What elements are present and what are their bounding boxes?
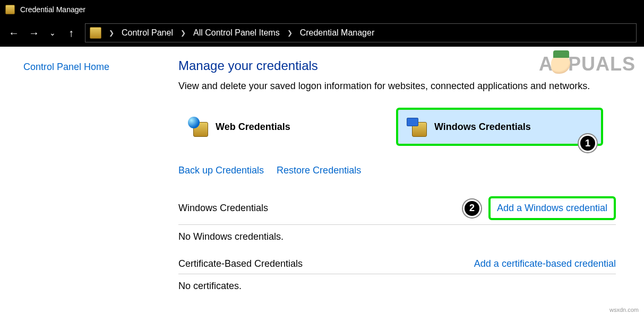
window-title: Credential Manager [20, 5, 85, 14]
breadcrumb-control-panel[interactable]: Control Panel [119, 27, 175, 39]
breadcrumb-all-items[interactable]: All Control Panel Items [191, 27, 282, 39]
address-bar[interactable]: ❯ Control Panel ❯ All Control Panel Item… [85, 23, 637, 42]
windows-credentials-section-header: Windows Credentials 2 Add a Windows cred… [178, 192, 616, 225]
main-pane: Manage your credentials View and delete … [159, 47, 621, 314]
sidebar: Control Panel Home [0, 47, 159, 314]
back-button[interactable]: ← [7, 27, 20, 39]
title-bar: Credential Manager [0, 0, 644, 19]
windows-credentials-card[interactable]: Windows Credentials 1 [396, 108, 603, 146]
location-icon [90, 27, 101, 39]
windows-credentials-empty-message: No Windows credentials. [178, 225, 621, 254]
appuals-watermark: A PUALS [539, 53, 636, 75]
credential-actions: Back up Credentials Restore Credentials [178, 165, 621, 176]
chevron-right-icon[interactable]: ❯ [284, 29, 296, 37]
certificate-credentials-section-header: Certificate-Based Credentials Add a cert… [178, 254, 616, 274]
control-panel-home-link[interactable]: Control Panel Home [23, 62, 159, 73]
chevron-right-icon[interactable]: ❯ [177, 29, 189, 37]
windows-credentials-icon [407, 117, 427, 137]
windows-credentials-section-title: Windows Credentials [178, 203, 268, 214]
chevron-right-icon[interactable]: ❯ [106, 29, 117, 37]
web-credentials-icon [188, 117, 208, 137]
web-credentials-label: Web Credentials [216, 121, 290, 133]
up-button[interactable]: ↑ [65, 27, 78, 39]
add-certificate-credential-link[interactable]: Add a certificate-based credential [474, 258, 616, 269]
web-credentials-card[interactable]: Web Credentials [178, 108, 385, 146]
watermark-text-suffix: PUALS [568, 53, 636, 75]
page-description: View and delete your saved logon informa… [178, 81, 621, 92]
add-windows-credential-highlight: Add a Windows credential [488, 196, 616, 220]
credential-type-cards: Web Credentials Windows Credentials 1 [178, 108, 621, 146]
navigation-bar: ← → ⌄ ↑ ❯ Control Panel ❯ All Control Pa… [0, 19, 644, 47]
restore-credentials-link[interactable]: Restore Credentials [277, 165, 361, 176]
history-dropdown-button[interactable]: ⌄ [48, 29, 57, 37]
certificate-credentials-section-title: Certificate-Based Credentials [178, 258, 303, 269]
content-area: Control Panel Home Manage your credentia… [0, 47, 644, 314]
annotation-step-1: 1 [579, 134, 597, 152]
annotation-step-2: 2 [463, 199, 481, 217]
breadcrumb-credential-manager[interactable]: Credential Manager [298, 27, 377, 39]
forward-button[interactable]: → [28, 27, 40, 39]
windows-credentials-label: Windows Credentials [434, 121, 531, 133]
certificate-credentials-empty-message: No certificates. [178, 274, 621, 303]
backup-credentials-link[interactable]: Back up Credentials [178, 165, 264, 176]
add-windows-credential-link[interactable]: Add a Windows credential [497, 203, 607, 213]
footer-watermark: wsxdn.com [609, 307, 639, 313]
credential-manager-icon [5, 5, 15, 14]
watermark-face-icon [551, 55, 570, 74]
